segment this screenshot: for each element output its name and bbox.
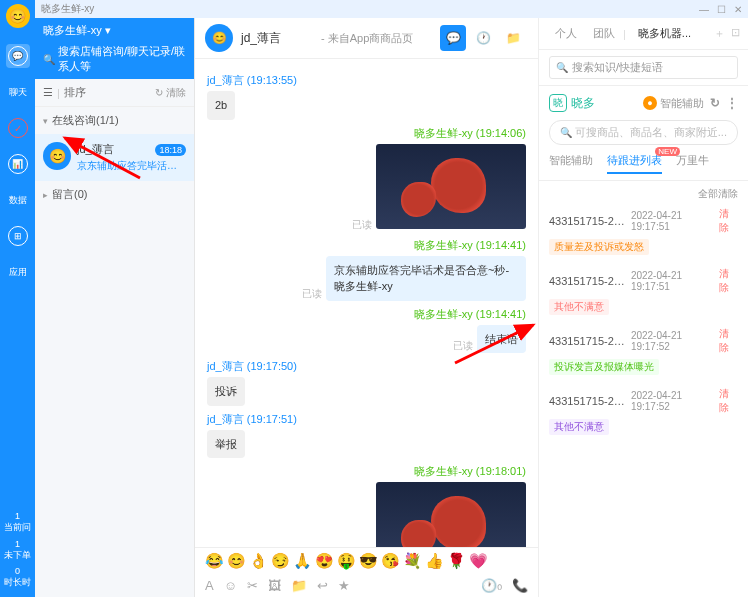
item-tag: 其他不满意 [549,299,609,315]
stat-1: 1当前问 [4,511,31,533]
sort-label[interactable]: 排序 [64,85,86,100]
clear-button[interactable]: ↻ 清除 [155,86,186,100]
message-image[interactable] [376,482,526,547]
history-icon[interactable]: 🕐₀ [481,578,502,593]
rail-chat[interactable]: 💬 [6,44,30,68]
rail-item-label: 数据 [6,188,30,212]
star-icon[interactable]: ★ [338,578,350,593]
subtab-wln[interactable]: 万里牛 [676,153,709,174]
left-rail: 😊 💬 聊天 ✓ 📊 数据 ⊞ 应用 1当前问 1未下单 0时长时 [0,0,35,597]
expand-icon[interactable]: ☰ [43,86,53,99]
message-bubble: 2b [207,91,235,120]
contact-preview: 京东辅助应答完毕活术是否... [77,159,186,173]
maximize-icon[interactable]: ☐ [717,4,726,15]
message-bubble: 京东辅助应答完毕话术是否合意~秒-晓多生鲜-xy [326,256,526,301]
chat-panel: 😊 jd_薄言 - 来自App商商品页 💬 🕐 📁 jd_薄言 (19:13:5… [195,0,538,597]
shop-name[interactable]: 晓多生鲜-xy ▾ [43,20,186,41]
item-clear-button[interactable]: 清除 [719,327,738,355]
emoji-item[interactable]: 😊 [227,552,246,570]
contact-item[interactable]: 😊 jd_薄言 18:18 京东辅助应答完毕活术是否... [35,134,194,181]
contact-time: 18:18 [155,144,186,156]
contact-name: jd_薄言 [77,142,114,157]
subtab-smart[interactable]: 智能辅助 [549,153,593,174]
close-icon[interactable]: ✕ [734,4,742,15]
chat-input-area: 😂😊👌😏🙏😍🤑😎😘💐👍🌹💗 A ☺ ✂ 🖼 📁 ↩ ★ 🕐₀ 📞 [195,547,538,597]
emoji-row: 😂😊👌😏🙏😍🤑😎😘💐👍🌹💗 [195,548,538,574]
emoji-item[interactable]: 💐 [403,552,422,570]
smart-handle[interactable]: ● 智能辅助 [643,96,704,111]
emoji-item[interactable]: 😍 [315,552,334,570]
emoji-item[interactable]: 🌹 [447,552,466,570]
rail-red[interactable]: ✓ [6,116,30,140]
right-top-tabs: 个人 团队 | 晓多机器... ＋ ⊡ [539,18,748,50]
message-sender: 晓多生鲜-xy (19:18:01) [207,464,526,479]
message-sender: 晓多生鲜-xy (19:14:41) [207,238,526,253]
message-bubble: 结束语 [477,325,526,354]
add-icon[interactable]: ＋ [714,26,725,41]
user-avatar[interactable]: 😊 [6,4,30,28]
message-image[interactable] [376,144,526,229]
message-sender: jd_薄言 (19:13:55) [207,73,526,88]
subtab-followup[interactable]: 待跟进列表 NEW [607,153,662,174]
clear-all-button[interactable]: 全部清除 [698,188,738,199]
message-sender: 晓多生鲜-xy (19:14:41) [207,307,526,322]
chat-body[interactable]: jd_薄言 (19:13:55)2b晓多生鲜-xy (19:14:06)已读晓多… [195,59,538,547]
section-messages[interactable]: 留言(0) [35,181,194,208]
rail-data[interactable]: 📊 [6,152,30,176]
settings-icon[interactable]: ⊡ [731,26,740,41]
item-clear-button[interactable]: 清除 [719,207,738,235]
emoji-item[interactable]: 🙏 [293,552,312,570]
emoji-item[interactable]: 👌 [249,552,268,570]
product-search-input[interactable]: 可搜商品、商品名、商家附近... [549,120,738,145]
history-icon[interactable]: 🕐 [470,25,496,51]
item-date: 2022-04-21 19:17:51 [631,270,719,292]
image-icon[interactable]: 🖼 [268,578,281,593]
font-icon[interactable]: A [205,578,214,593]
reply-icon[interactable]: ↩ [317,578,328,593]
screenshot-icon[interactable]: ✂ [247,578,258,593]
item-tag: 其他不满意 [549,419,609,435]
emoji-item[interactable]: 😘 [381,552,400,570]
tab-robot[interactable]: 晓多机器... [630,24,699,43]
minimize-icon[interactable]: — [699,4,709,15]
folder-icon[interactable]: 📁 [291,578,307,593]
folder-icon[interactable]: 📁 [500,25,526,51]
message-bubble: 举报 [207,430,245,459]
stat-3: 0时长时 [4,566,31,588]
refresh-icon[interactable]: ↻ [710,96,720,110]
tab-personal[interactable]: 个人 [547,24,585,43]
rail-apps[interactable]: ⊞ [6,224,30,248]
section-online[interactable]: 在线咨询(1/1) [35,107,194,134]
item-id: 433151715-246... [549,275,631,287]
contacts-panel: 晓多生鲜-xy ▾ 搜索店铺咨询/聊天记录/联系人等 ☰ | 排序 ↻ 清除 在… [35,0,195,597]
stat-2: 1未下单 [4,539,31,561]
rail-item-label: 聊天 [6,80,30,104]
followup-item[interactable]: 433151715-246...2022-04-21 19:17:51清除质量差… [549,207,738,255]
chat-header: 😊 jd_薄言 - 来自App商商品页 💬 🕐 📁 [195,18,538,59]
emoji-item[interactable]: 😂 [205,552,224,570]
emoji-item[interactable]: 😎 [359,552,378,570]
chat-name: jd_薄言 [241,30,281,47]
emoji-item[interactable]: 👍 [425,552,444,570]
followup-item[interactable]: 433151715-246...2022-04-21 19:17:51清除其他不… [549,267,738,315]
emoji-item[interactable]: 💗 [469,552,488,570]
emoji-item[interactable]: 🤑 [337,552,356,570]
phone-icon[interactable]: 📞 [512,578,528,593]
followup-item[interactable]: 433151715-246...2022-04-21 19:17:52清除其他不… [549,387,738,435]
item-clear-button[interactable]: 清除 [719,387,738,415]
message-sender: 晓多生鲜-xy (19:14:06) [207,126,526,141]
chat-sub: - 来自App商商品页 [321,31,413,46]
followup-item[interactable]: 433151715-246...2022-04-21 19:17:52清除投诉发… [549,327,738,375]
emoji-icon[interactable]: ☺ [224,578,237,593]
more-icon[interactable]: ⋮ [726,96,738,110]
item-id: 433151715-246... [549,395,631,407]
emoji-item[interactable]: 😏 [271,552,290,570]
item-id: 433151715-246... [549,215,631,227]
tab-group[interactable]: 团队 [585,24,623,43]
item-date: 2022-04-21 19:17:52 [631,330,719,352]
right-search-input[interactable]: 搜索知识/快捷短语 [549,56,738,79]
contact-search[interactable]: 搜索店铺咨询/聊天记录/联系人等 [43,41,186,77]
contact-avatar: 😊 [43,142,71,170]
item-clear-button[interactable]: 清除 [719,267,738,295]
chat-mode-icon[interactable]: 💬 [440,25,466,51]
